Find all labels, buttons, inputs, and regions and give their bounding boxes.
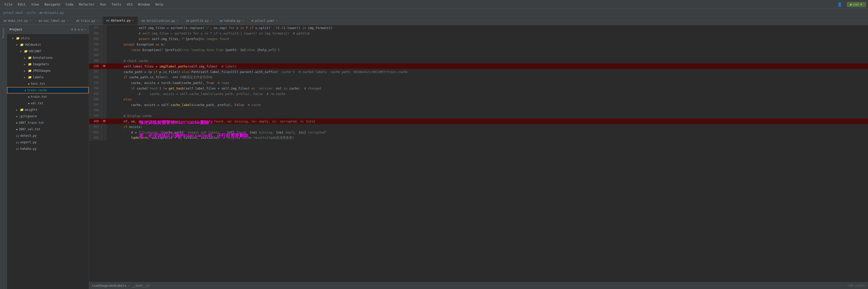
sidebar-item-jpegimages[interactable]: ▶ 📁 JPEGImages: [7, 67, 89, 74]
table-row: 396 else:: [89, 96, 868, 102]
project-panel-icon[interactable]: Project: [2, 27, 5, 39]
user-icon[interactable]: 👤: [837, 2, 842, 7]
sidebar-item-2007-val[interactable]: ▪ 2007_val.txt: [7, 126, 89, 132]
tab-close-datasets[interactable]: ×: [132, 19, 134, 22]
tab-close-hahaha[interactable]: ×: [242, 19, 244, 22]
run-button[interactable]: ▶ train ▼: [847, 2, 866, 7]
main-layout: Project Project ⊙ ≡ ⇅ ⚙ − ▼ 📁 utils: [0, 25, 868, 289]
tab-icon-datasets: py: [106, 19, 110, 22]
sidebar-item-imagesets[interactable]: ▶ 📁 ImageSets: [7, 61, 89, 67]
menu-file[interactable]: File: [2, 1, 15, 7]
folder-icon-weights: 📁: [20, 108, 24, 111]
breadcrumb-sep1: ›: [24, 11, 26, 14]
tab-serialization[interactable]: py serialization.py ×: [138, 17, 183, 25]
sidebar-item-hahaha-py[interactable]: py hahaha.py: [7, 146, 89, 152]
sidebar-tool-close[interactable]: −: [85, 28, 86, 31]
tab-make-txt[interactable]: py make_txt.py ×: [0, 17, 35, 25]
sidebar-item-val-txt[interactable]: ▪ val.txt: [7, 100, 89, 106]
tree-container: ▼ 📁 utils ▼ 📁 VOCdevkit ▼ 📁 VOC2007: [7, 34, 89, 289]
tab-close-yaml[interactable]: ×: [276, 19, 278, 22]
folder-icon-imagesets: 📁: [28, 63, 32, 66]
table-row: 392 if cache_path.is_file(): ### 判断指定文件是…: [89, 74, 868, 80]
file-icon-2007-val: ▪: [16, 128, 18, 131]
tab-close-train[interactable]: ×: [96, 19, 99, 22]
file-icon-detect-py: py: [16, 134, 19, 137]
menu-window[interactable]: Window: [136, 1, 153, 7]
sidebar-header: Project ⊙ ≡ ⇅ ⚙ −: [7, 25, 89, 34]
tab-datasets[interactable]: py datasets.py ×: [103, 17, 138, 25]
folder-arrow-labels: ▶: [24, 76, 27, 79]
tab-close-serialization[interactable]: ×: [176, 19, 179, 22]
breadcrumb-file[interactable]: datasets.py: [44, 11, 63, 14]
tab-hahaha[interactable]: py hahaha.py ×: [216, 17, 248, 25]
breadcrumb-project[interactable]: yolov7-mask: [3, 11, 23, 14]
tab-close-voc-label[interactable]: ×: [66, 19, 69, 22]
menu-refactor[interactable]: Refactor: [76, 1, 97, 7]
sidebar-item-detect-py[interactable]: py detect.py: [7, 132, 89, 139]
sidebar-item-vocdevkit[interactable]: ▼ 📁 VOCdevkit: [7, 41, 89, 48]
menu-run[interactable]: Run: [98, 1, 108, 7]
left-gutter: Project: [0, 25, 7, 289]
menu-code[interactable]: Code: [63, 1, 76, 7]
tab-yolov7-yaml[interactable]: ▣ yolov7.yaml ×: [248, 17, 282, 25]
editor-area: 383 self.img_files = sorted([x.replace('…: [89, 25, 868, 289]
tab-icon-serialization: py: [142, 19, 145, 22]
menu-navigate[interactable]: Navigate: [42, 1, 63, 7]
table-row: 385 assert self.img_files, f'{prefix}No …: [89, 36, 868, 41]
sidebar-item-weights[interactable]: ▶ 📁 weights: [7, 106, 89, 113]
sidebar-tool-locate[interactable]: ⊙: [71, 28, 73, 31]
tab-icon-voc-label: py: [39, 19, 42, 22]
sidebar-item-labels[interactable]: ▶ 📁 labels: [7, 74, 89, 81]
menu-view[interactable]: View: [29, 1, 41, 7]
folder-arrow-voc2007: ▼: [20, 50, 23, 53]
sidebar-tool-settings[interactable]: ⚙: [81, 28, 83, 31]
tab-icon-hahaha: py: [220, 19, 223, 22]
menu-tools[interactable]: Tools: [109, 1, 124, 7]
menu-help[interactable]: Help: [153, 1, 166, 7]
folder-arrow-jpegimages: ▶: [24, 69, 27, 72]
code-table: 383 self.img_files = sorted([x.replace('…: [89, 25, 868, 140]
tab-close-make-txt[interactable]: ×: [29, 19, 32, 22]
sidebar-item-2007-train[interactable]: ▪ 2007_train.txt: [7, 120, 89, 126]
sidebar-item-annotations[interactable]: ▶ 📁 Annotations: [7, 55, 89, 61]
table-row: 398: [89, 107, 868, 113]
folder-arrow-imagesets: ▶: [24, 63, 27, 66]
folder-icon-annotations: 📁: [28, 56, 32, 60]
code-container[interactable]: 383 self.img_files = sorted([x.replace('…: [89, 25, 868, 282]
tab-voc-label[interactable]: py voc_label.py ×: [35, 17, 73, 25]
sidebar-item-train-cache[interactable]: ▪ train.cache: [7, 87, 89, 94]
table-row: 384 # self.img_files = sorted([x for x i…: [89, 31, 868, 36]
table-row: 394 if cache['hash'] != get_hash(self.la…: [89, 86, 868, 91]
sidebar-item-voc2007[interactable]: ▼ 📁 VOC2007: [7, 48, 89, 55]
table-row: 386 except Exception as e:: [89, 41, 868, 47]
menu-vcs[interactable]: VCS: [124, 1, 135, 7]
tab-icon-pathlib: py: [186, 19, 189, 22]
sidebar-item-train-txt[interactable]: ▪ train.txt: [7, 94, 89, 100]
folder-arrow-vocdevkit: ▼: [16, 43, 19, 46]
folder-icon-voc2007: 📁: [24, 50, 28, 53]
folder-icon-vocdevkit: 📁: [20, 43, 24, 46]
sidebar-tool-expand[interactable]: ≡: [74, 28, 76, 31]
app-container: File Edit View Navigate Code Refactor Ru…: [0, 0, 868, 289]
sidebar-item-test-txt[interactable]: ▪ test.txt: [7, 81, 89, 87]
table-row: 383 self.img_files = sorted([x.replace('…: [89, 25, 868, 31]
breadcrumb-bar: yolov7-mask › utils › py datasets.py: [0, 9, 868, 17]
sidebar-item-gitignore[interactable]: ▪ .gitignore: [7, 113, 89, 120]
status-csdn: CSDN 社区提问: [847, 284, 865, 288]
breadcrumb-utils[interactable]: utils: [27, 11, 36, 14]
table-row: 393 cache, exists = torch.load(cache_pat…: [89, 80, 868, 86]
file-icon-train-cache: ▪: [25, 89, 26, 92]
table-row: 399 # Display cache: [89, 113, 868, 119]
tab-pathlib[interactable]: py pathlib.py ×: [183, 17, 216, 25]
table-row: 402 d = f"Scanning '{cache_path}' images…: [89, 129, 868, 135]
breadcrumb-icon: py: [39, 11, 43, 14]
tab-close-pathlib[interactable]: ×: [210, 19, 213, 22]
folder-icon-labels: 📁: [28, 75, 32, 79]
sidebar-tool-sort[interactable]: ⇅: [78, 28, 80, 31]
table-row: 397 cache, exists = self.cache_labels(ca…: [89, 102, 868, 107]
sidebar-item-utils[interactable]: ▼ 📁 utils: [7, 35, 89, 41]
sidebar-item-export-py[interactable]: py export.py: [7, 139, 89, 146]
tab-train[interactable]: py train.py ×: [73, 17, 103, 25]
folder-icon-utils: 📁: [16, 36, 20, 40]
menu-edit[interactable]: Edit: [15, 1, 28, 7]
